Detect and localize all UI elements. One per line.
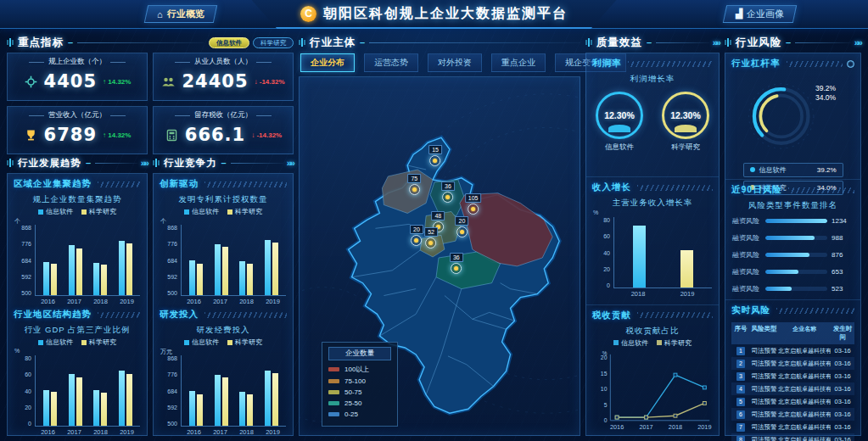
- sub-title: 研发投入: [160, 309, 199, 321]
- bar: [272, 243, 278, 295]
- sub-header: 行业地区结构趋势: [14, 309, 141, 321]
- bar-value: 653: [832, 268, 854, 276]
- y-tick: 60: [25, 371, 31, 377]
- map-marker[interactable]: 20: [410, 225, 423, 246]
- x-tick: 2017: [67, 298, 81, 305]
- x-tick: 2018: [631, 290, 646, 298]
- more-arrows-icon[interactable]: »»: [854, 37, 861, 47]
- svg-text:5: 5: [604, 401, 608, 407]
- info-icon[interactable]: [847, 60, 854, 68]
- bar-value: 988: [832, 234, 854, 242]
- section-title: 行业发展趋势: [18, 157, 81, 170]
- marker-value: 75: [407, 174, 421, 183]
- bar: [197, 394, 203, 426]
- row-index-badge: 7: [736, 423, 745, 432]
- bar-fill: [765, 219, 827, 223]
- leverage-arc-svg: 39.2%34.0%: [725, 71, 860, 158]
- table-row[interactable]: 6司法预警北京启航卓越科技有限公司03-16: [731, 408, 854, 421]
- marker-value: 20: [410, 225, 423, 234]
- map-marker[interactable]: 15: [428, 145, 442, 166]
- row-index-cell: 7: [731, 423, 750, 432]
- bar-group: [215, 244, 228, 295]
- table-row[interactable]: 3司法预警北京启航卓越科技有限公司03-16: [731, 370, 854, 382]
- section-bars-icon: [153, 159, 160, 167]
- enterprise-name-cell: 北京启航卓越科技有限公司: [778, 423, 831, 432]
- sub-header: 利润率: [592, 58, 713, 70]
- bar-track: [765, 236, 827, 240]
- table-row[interactable]: 2司法预警北京启航卓越科技有限公司03-16: [731, 357, 854, 370]
- bar: [680, 250, 693, 287]
- table-row[interactable]: 7司法预警北京启航卓越科技有限公司03-16: [731, 421, 854, 433]
- table-header-cell: 企业名称: [778, 325, 831, 342]
- bar-group: [265, 371, 278, 426]
- sub-title: 收入增长: [592, 181, 631, 193]
- bar: [265, 371, 271, 426]
- slash-decor: [637, 312, 713, 318]
- calc-icon: [165, 128, 179, 142]
- legend-swatch: [328, 390, 339, 394]
- tab-item[interactable]: 对外投资: [428, 53, 482, 72]
- rnd-chart: 研发经费投入信息软件科学研究万元868776684592500201620172…: [154, 322, 293, 435]
- more-arrows-icon[interactable]: »»: [141, 158, 148, 168]
- slash-decor: [628, 61, 714, 67]
- y-tick: 868: [167, 355, 177, 361]
- bar-group: [189, 260, 203, 295]
- axis-unit-label: %: [14, 348, 20, 354]
- map-marker[interactable]: 52: [424, 227, 438, 248]
- y-tick: 684: [167, 388, 177, 394]
- divider-line: [656, 42, 709, 43]
- indicator-toggle-inactive[interactable]: 科学研究: [253, 37, 294, 48]
- dash-decor: –: [68, 37, 73, 47]
- marker-dot: [445, 195, 450, 199]
- tab-item[interactable]: 重点企业: [491, 53, 546, 72]
- section-title: 行业竞争力: [164, 157, 217, 170]
- map-marker[interactable]: 20: [455, 216, 468, 237]
- stat-card-body: 666.1↓ -14.32%: [154, 125, 293, 145]
- bar: [222, 247, 228, 295]
- legend-swatch: [328, 401, 339, 405]
- risk-rank-row: 融资风险523: [732, 284, 854, 293]
- map-marker[interactable]: 75: [407, 174, 421, 195]
- sub-header: 近90日风险: [731, 184, 854, 196]
- legend-item: 科学研究: [81, 207, 116, 216]
- legend-item: 科学研究: [81, 338, 116, 347]
- tab-active[interactable]: 企业分布: [300, 53, 355, 72]
- stat-card-title: 规上企业数（个）: [8, 57, 147, 67]
- nav-enterprise-portrait-button[interactable]: ▟ 企业画像: [722, 5, 797, 23]
- enterprise-distribution-map: 1575361054820522036 企业数量 100以上75-10050-7…: [299, 76, 580, 436]
- stat-value: 24405: [182, 71, 248, 92]
- table-row[interactable]: 8司法预警北京启航卓越科技有限公司03-16: [731, 433, 854, 441]
- bar-group: [93, 263, 107, 295]
- chart-legend: 信息软件科学研究: [586, 338, 719, 348]
- bar-group: [119, 241, 132, 295]
- map-marker[interactable]: 36: [450, 253, 463, 274]
- more-arrows-icon[interactable]: »»: [287, 158, 294, 168]
- tab-item[interactable]: 运营态势: [364, 53, 418, 72]
- bar: [69, 245, 75, 295]
- more-arrows-icon[interactable]: »»: [713, 37, 720, 47]
- nav-industry-overview-button[interactable]: ⌂ 行业概览: [144, 5, 217, 23]
- svg-text:10: 10: [601, 386, 608, 392]
- plot: 万元8687766845925002016201720182019: [160, 355, 286, 436]
- y-tick: 0: [607, 282, 610, 288]
- legend-label: 0-25: [344, 410, 358, 418]
- table-row[interactable]: 5司法预警北京启航卓越科技有限公司03-16: [731, 395, 854, 408]
- section-bars-icon: [7, 38, 14, 47]
- competitiveness-panel: 创新驱动 发明专利累计授权数量信息软件科学研究个8687766845925002…: [153, 173, 294, 436]
- svg-text:15: 15: [601, 370, 608, 376]
- legend-label: 信息软件: [46, 338, 73, 347]
- table-row[interactable]: 1司法预警北京启航卓越科技有限公司03-16: [731, 344, 854, 357]
- y-tick: 0: [28, 421, 31, 427]
- time-cell: 03-16: [831, 372, 854, 380]
- map-marker[interactable]: 36: [441, 181, 455, 203]
- indicator-toggle-active[interactable]: 信息软件: [209, 37, 249, 48]
- tax-contribution-chart: 税收贡献占比信息软件科学研究05101520%2016201720182019: [586, 323, 719, 435]
- table-row[interactable]: 4司法预警北京启航卓越科技有限公司03-16: [731, 382, 854, 395]
- bar: [126, 374, 132, 426]
- svg-text:0: 0: [604, 417, 608, 423]
- marker-value: 36: [441, 181, 455, 191]
- bar: [51, 392, 57, 426]
- map-marker[interactable]: 105: [465, 193, 482, 215]
- cluster-trend-chart: 规上企业数量集聚趋势信息软件科学研究个868776684592500201620…: [8, 192, 147, 304]
- bar: [51, 264, 57, 295]
